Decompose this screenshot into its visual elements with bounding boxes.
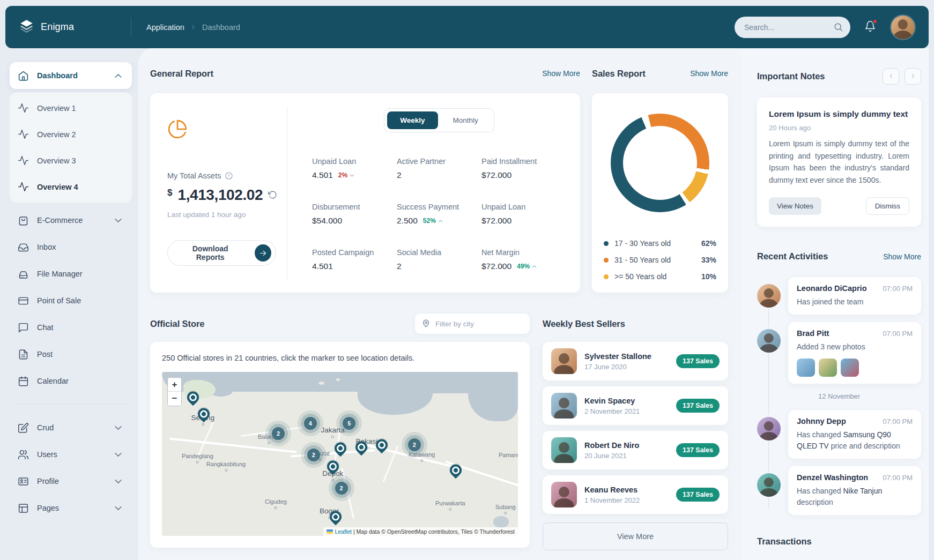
filter-by-city-input[interactable] <box>415 313 530 334</box>
sidebar-item-overview-4[interactable]: Overview 4 <box>10 174 132 200</box>
best-seller-card[interactable]: Kevin Spacey 2 November 2021 137 Sales <box>543 386 728 425</box>
breadcrumb: Application Dashboard <box>146 23 240 32</box>
notes-prev-button[interactable] <box>883 68 899 85</box>
sidebar-item-pages[interactable]: Pages <box>10 495 132 521</box>
map-city-dot <box>420 459 423 462</box>
stat-delta-badge[interactable]: 49% <box>517 263 538 270</box>
map-city-label: Cigudeg <box>265 498 287 509</box>
activity-photo[interactable] <box>797 359 815 377</box>
general-report-show-more[interactable]: Show More <box>542 69 580 78</box>
brand[interactable]: Enigma <box>19 19 131 35</box>
layout-icon <box>18 503 29 514</box>
map-marker[interactable]: 2 <box>335 482 348 495</box>
sidebar-item-point-of-sale[interactable]: Point of Sale <box>10 287 132 314</box>
breadcrumb-application[interactable]: Application <box>146 23 184 32</box>
leaflet-link[interactable]: Leaflet <box>335 528 352 535</box>
sales-badge: 137 Sales <box>676 399 720 413</box>
chevron-down-icon <box>113 215 124 226</box>
stat-item: Posted Campaign 4.501 <box>312 248 397 271</box>
map-city-dot <box>319 458 322 461</box>
activity-icon <box>18 129 29 140</box>
info-icon[interactable] <box>225 171 233 180</box>
legend-dot <box>604 258 609 263</box>
home-icon <box>18 70 29 81</box>
best-seller-card[interactable]: Sylvester Stallone 17 June 2020 137 Sale… <box>543 342 728 380</box>
view-notes-button[interactable]: View Notes <box>769 197 821 215</box>
sidebar-item-chat[interactable]: Chat <box>10 314 132 341</box>
sidebar-item-ecommerce[interactable]: E-Commerce <box>10 207 132 234</box>
sales-report-show-more[interactable]: Show More <box>690 69 728 78</box>
notifications-button[interactable] <box>864 20 876 34</box>
map-city-dot <box>331 435 334 438</box>
activities-show-more[interactable]: Show More <box>883 252 921 261</box>
activity-avatar[interactable] <box>757 417 781 440</box>
stat-item: Success Payment 2.500 52% <box>397 203 481 226</box>
official-store-title: Official Store <box>150 319 204 329</box>
dismiss-button[interactable]: Dismiss <box>866 197 909 215</box>
breadcrumb-separator-icon <box>190 24 197 31</box>
map-marker[interactable]: 4 <box>304 417 317 430</box>
id-card-icon <box>18 476 29 487</box>
activity-photo[interactable] <box>819 359 837 377</box>
user-avatar[interactable] <box>891 16 915 39</box>
map-city-label: Karawang <box>409 451 435 462</box>
sidebar: Dashboard Overview 1 Overview 2 Overview… <box>5 48 138 560</box>
best-sellers-title: Weekly Best Sellers <box>543 319 625 329</box>
shopping-bag-icon <box>18 215 29 226</box>
chevron-down-icon <box>349 172 355 179</box>
stat-delta-badge[interactable]: 52% <box>423 217 444 225</box>
page: Enigma Application Dashboard <box>0 6 934 560</box>
seller-avatar <box>551 437 577 463</box>
activity-avatar[interactable] <box>757 329 781 353</box>
map-marker[interactable]: 2 <box>272 427 285 440</box>
sidebar-item-dashboard[interactable]: Dashboard <box>10 62 132 89</box>
map-marker[interactable]: 2 <box>408 438 421 451</box>
toggle-weekly[interactable]: Weekly <box>387 111 438 129</box>
reload-icon[interactable] <box>268 190 277 201</box>
store-description: 250 Official stores in 21 countries, cli… <box>162 354 518 362</box>
chevron-down-icon <box>113 476 124 487</box>
activity-avatar[interactable] <box>757 284 781 308</box>
donut-legend: 17 - 30 Years old 62% 31 - 50 Years old … <box>603 239 717 283</box>
zoom-in-button[interactable]: + <box>168 378 181 392</box>
sales-donut-chart[interactable] <box>611 114 709 212</box>
activity-item: Leonardo DiCaprio 07:00 PM Has joined th… <box>757 277 921 315</box>
activity-photo[interactable] <box>841 359 859 377</box>
map-road <box>197 421 214 457</box>
store-map[interactable]: Serang Balaraja <box>162 372 518 536</box>
stats-grid: Unpaid Loan 4.501 2% <box>312 157 566 271</box>
sidebar-item-calendar[interactable]: Calendar <box>10 368 132 394</box>
best-seller-card[interactable]: Robert De Niro 20 June 2021 137 Sales <box>543 431 728 469</box>
notes-next-button[interactable] <box>905 68 921 85</box>
map-marker[interactable]: 5 <box>343 417 355 430</box>
header-divider <box>131 18 131 37</box>
chevron-down-icon <box>113 449 124 460</box>
map-marker[interactable]: 2 <box>307 449 320 461</box>
notification-badge <box>872 19 878 24</box>
toggle-monthly[interactable]: Monthly <box>440 111 491 129</box>
stat-item: Net Margin $72.000 49% <box>481 248 566 271</box>
sidebar-item-profile[interactable]: Profile <box>10 468 132 495</box>
legend-item: 17 - 30 Years old 62% <box>604 239 716 248</box>
official-store-card: 250 Official stores in 21 countries, cli… <box>150 342 530 548</box>
sidebar-item-overview-1[interactable]: Overview 1 <box>10 95 132 121</box>
flag-icon <box>327 529 333 534</box>
sidebar-item-inbox[interactable]: Inbox <box>10 234 132 260</box>
sidebar-item-users[interactable]: Users <box>10 441 132 468</box>
best-seller-card[interactable]: Keanu Reeves 1 November 2022 137 Sales <box>543 475 728 514</box>
download-reports-button[interactable]: Download Reports <box>167 240 276 266</box>
activity-item: Johnny Depp 07:00 PM Has changed Samsung… <box>757 410 921 459</box>
zoom-out-button[interactable]: − <box>168 392 181 406</box>
sidebar-item-overview-2[interactable]: Overview 2 <box>10 121 132 147</box>
important-notes-title: Important Notes <box>757 71 825 81</box>
stat-delta-badge[interactable]: 2% <box>338 171 355 179</box>
sidebar-item-crud[interactable]: Crud <box>10 414 132 441</box>
chevron-up-icon <box>113 70 124 81</box>
sidebar-item-file-manager[interactable]: File Manager <box>10 260 132 287</box>
sidebar-item-overview-3[interactable]: Overview 3 <box>10 147 132 174</box>
activity-icon <box>18 181 29 192</box>
activity-avatar[interactable] <box>757 473 781 497</box>
breadcrumb-dashboard[interactable]: Dashboard <box>202 23 240 32</box>
sidebar-item-post[interactable]: Post <box>10 341 132 368</box>
view-more-button[interactable]: View More <box>543 522 728 550</box>
